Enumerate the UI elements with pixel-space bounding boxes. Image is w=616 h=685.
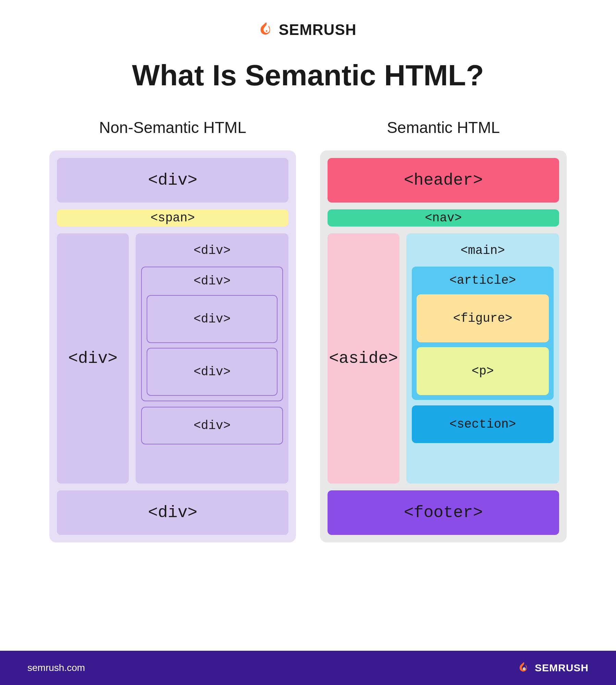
ns-main-block: <div> <div> <div> <div> <div>: [136, 233, 288, 484]
ns-nav-block: <span>: [57, 209, 288, 227]
ns-p-block: <div>: [147, 348, 278, 396]
sem-nav-block: <nav>: [328, 209, 559, 227]
svg-point-1: [266, 30, 268, 32]
brand-logo-footer: SEMRUSH: [517, 661, 589, 675]
column-non-semantic: Non-Semantic HTML <div> <span> <div> <di…: [49, 118, 296, 542]
ns-header-block: <div>: [57, 158, 288, 203]
svg-point-3: [523, 668, 525, 669]
ns-aside-block: <div>: [57, 233, 129, 484]
page-title: What Is Semantic HTML?: [132, 58, 484, 92]
sem-main-label: <main>: [460, 239, 505, 261]
footer-bar: semrush.com SEMRUSH: [0, 651, 616, 685]
sem-figure-block: <figure>: [417, 294, 549, 342]
column-semantic: Semantic HTML <header> <nav> <aside> <ma…: [320, 118, 567, 542]
ns-footer-block: <div>: [57, 490, 288, 535]
ns-main-label: <div>: [194, 239, 231, 261]
brand-name: SEMRUSH: [279, 21, 356, 38]
fire-icon: [517, 661, 531, 675]
sem-footer-block: <footer>: [328, 490, 559, 535]
ns-figure-block: <div>: [147, 295, 278, 343]
footer-url: semrush.com: [27, 662, 85, 673]
ns-article-block: <div> <div> <div>: [141, 267, 283, 401]
board-semantic: <header> <nav> <aside> <main> <article> …: [320, 150, 567, 542]
sem-header-block: <header>: [328, 158, 559, 203]
sem-main-block: <main> <article> <figure> <p> <section>: [406, 233, 559, 484]
brand-logo-top: SEMRUSH: [259, 21, 356, 38]
column-heading-right: Semantic HTML: [387, 118, 500, 137]
comparison-columns: Non-Semantic HTML <div> <span> <div> <di…: [22, 118, 594, 542]
sem-aside-block: <aside>: [328, 233, 399, 484]
ns-section-block: <div>: [141, 407, 283, 444]
sem-section-block: <section>: [412, 405, 554, 443]
footer-brand-name: SEMRUSH: [535, 662, 589, 674]
board-non-semantic: <div> <span> <div> <div> <div> <div> <di…: [49, 150, 296, 542]
column-heading-left: Non-Semantic HTML: [99, 118, 246, 137]
fire-icon: [259, 23, 274, 37]
sem-p-block: <p>: [417, 347, 549, 395]
sem-article-block: <article> <figure> <p>: [412, 267, 554, 400]
sem-article-label: <article>: [417, 271, 549, 290]
ns-article-label: <div>: [147, 272, 278, 290]
